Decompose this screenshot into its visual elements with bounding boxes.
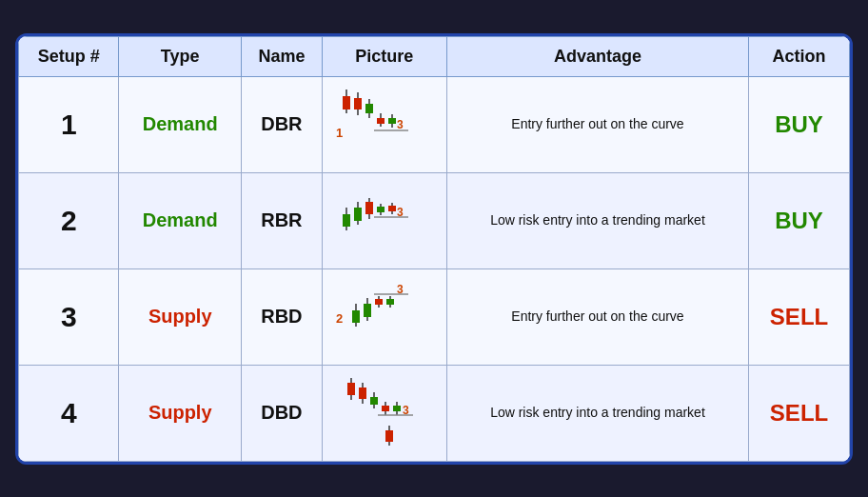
header-type: Type: [119, 36, 241, 76]
svg-rect-68: [385, 430, 393, 442]
name-cell: DBR: [241, 76, 322, 172]
svg-rect-13: [388, 118, 396, 124]
table-row: 3 Supply RBD 2 3 Entry f: [19, 268, 850, 365]
name-cell: DBD: [241, 365, 322, 461]
svg-rect-57: [370, 397, 378, 405]
advantage-cell: Low risk entry into a trending market: [446, 172, 748, 268]
svg-rect-22: [354, 208, 362, 221]
svg-rect-7: [365, 104, 373, 113]
table-row: 2 Demand RBR 3 Low: [19, 172, 850, 268]
advantage-cell: Low risk entry into a trending market: [446, 365, 748, 461]
svg-rect-43: [375, 299, 383, 305]
picture-cell: 2 3: [322, 268, 446, 365]
setup-number: 1: [19, 76, 119, 172]
header-action: Action: [749, 36, 850, 76]
name-cell: RBR: [241, 172, 322, 268]
svg-text:3: 3: [403, 404, 409, 417]
svg-text:1: 1: [336, 126, 343, 140]
type-cell: Supply: [119, 268, 241, 365]
header-name: Name: [241, 36, 322, 76]
header-picture: Picture: [322, 36, 446, 76]
svg-text:3: 3: [397, 206, 404, 219]
svg-rect-4: [354, 98, 362, 109]
type-cell: Demand: [119, 76, 241, 172]
setup-number: 3: [19, 268, 119, 365]
svg-rect-63: [393, 406, 401, 411]
svg-text:3: 3: [397, 283, 404, 296]
svg-text:2: 2: [336, 311, 343, 326]
picture-cell: 1 3: [322, 76, 446, 172]
type-cell: Supply: [119, 365, 241, 461]
svg-rect-10: [377, 118, 385, 124]
svg-rect-60: [382, 406, 389, 411]
svg-rect-1: [343, 96, 350, 109]
setup-number: 4: [19, 365, 119, 461]
svg-rect-19: [343, 214, 350, 227]
action-cell: BUY: [749, 172, 850, 268]
svg-rect-40: [364, 304, 371, 317]
advantage-cell: Entry further out on the curve: [446, 268, 748, 365]
trading-setups-table: Setup # Type Name Picture Advantage Acti…: [15, 33, 853, 465]
advantage-cell: Entry further out on the curve: [446, 76, 748, 172]
header-advantage: Advantage: [446, 36, 748, 76]
svg-rect-51: [347, 383, 355, 395]
action-cell: SELL: [749, 365, 850, 461]
svg-rect-54: [359, 388, 366, 399]
svg-rect-46: [386, 299, 394, 305]
action-cell: SELL: [749, 268, 850, 365]
svg-rect-28: [377, 207, 385, 212]
picture-cell: 3: [322, 365, 446, 461]
header-setup: Setup #: [19, 36, 119, 76]
table-row: 1 Demand DBR 1 3: [19, 76, 850, 172]
type-cell: Demand: [119, 172, 241, 268]
svg-rect-31: [388, 206, 396, 211]
svg-rect-25: [365, 202, 373, 214]
setup-number: 2: [19, 172, 119, 268]
name-cell: RBD: [241, 268, 322, 365]
table-row: 4 Supply DBD 3: [19, 365, 850, 461]
svg-rect-37: [352, 310, 360, 323]
svg-text:3: 3: [397, 118, 404, 131]
picture-cell: 3: [322, 172, 446, 268]
action-cell: BUY: [749, 76, 850, 172]
